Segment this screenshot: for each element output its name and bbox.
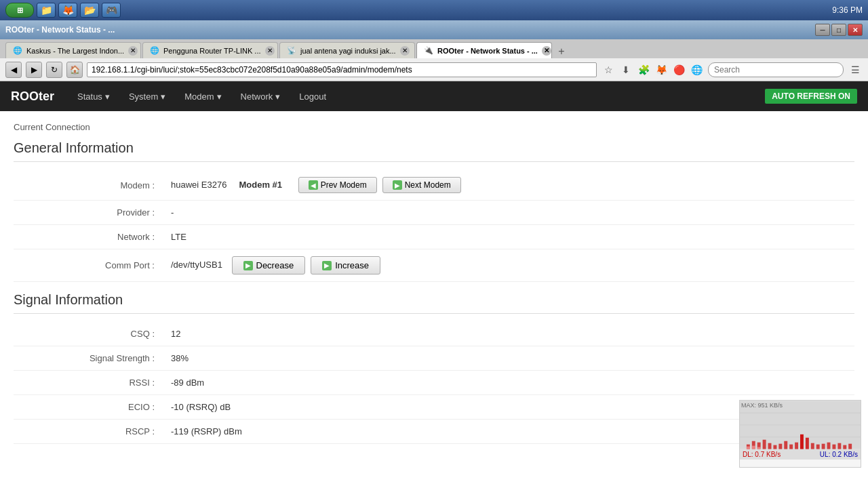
addon-icon[interactable]: 🧩 <box>636 62 651 77</box>
new-tab-button[interactable]: + <box>553 45 570 58</box>
tab-close-tplink[interactable]: ✕ <box>265 46 275 56</box>
tab-label: Kaskus - The Largest Indon... <box>26 47 124 55</box>
prev-modem-button[interactable]: ◀ Prev Modem <box>298 177 377 193</box>
modem-name: huawei E3276 <box>171 180 226 190</box>
increase-button[interactable]: ▶ Increase <box>311 256 380 274</box>
nav-modem[interactable]: Modem ▾ <box>175 81 231 111</box>
nav-modem-label: Modem <box>184 92 214 102</box>
forward-button[interactable]: ▶ <box>26 62 42 78</box>
nav-network[interactable]: Network ▾ <box>231 81 290 111</box>
start-button[interactable]: ⊞ <box>5 3 34 18</box>
browser-btn[interactable]: 🦊 <box>58 3 77 18</box>
taskbar-left: ⊞ 📁 🦊 📂 🎮 <box>5 3 121 18</box>
rssi-value: -89 dBm <box>163 371 854 395</box>
signal-strength-label: Signal Strength : <box>14 346 163 371</box>
globe-icon[interactable]: 🌐 <box>689 62 704 77</box>
signal-info-table: CSQ : 12 Signal Strength : 38% RSSI : -8… <box>14 322 854 444</box>
search-input[interactable] <box>708 62 844 77</box>
nav-status-label: Status <box>77 92 102 102</box>
folder-btn[interactable]: 📁 <box>37 3 56 18</box>
tabs-bar: 🌐 Kaskus - The Largest Indon... ✕ 🌐 Peng… <box>0 39 868 58</box>
table-row: CSQ : 12 <box>14 322 854 346</box>
svg-rect-10 <box>778 444 782 449</box>
commport-label: Comm Port : <box>14 249 163 282</box>
tab-close-antena[interactable]: ✕ <box>400 46 410 56</box>
rooter-brand: ROOter <box>11 89 54 104</box>
nav-system-label: System <box>129 92 158 102</box>
table-row: Provider : - <box>14 201 854 225</box>
tab-favicon: 🌐 <box>13 46 22 55</box>
next-icon: ▶ <box>393 180 402 190</box>
close-button[interactable]: ✕ <box>848 24 863 36</box>
back-button[interactable]: ◀ <box>5 62 22 78</box>
nav-status[interactable]: Status ▾ <box>68 81 119 111</box>
browser-title-bar: ROOter - Network Status - ... ─ □ ✕ <box>0 20 868 39</box>
minimize-button[interactable]: ─ <box>815 24 830 36</box>
extra-icon[interactable]: 🔴 <box>671 62 686 77</box>
network-value: LTE <box>163 225 854 249</box>
svg-rect-7 <box>763 440 766 449</box>
next-modem-button[interactable]: ▶ Next Modem <box>382 177 461 193</box>
tab-rooter[interactable]: 🔌 ROOter - Network Status - ... ✕ <box>416 42 552 58</box>
svg-rect-23 <box>848 444 852 449</box>
nav-status-arrow: ▾ <box>105 92 110 102</box>
decrease-button[interactable]: ▶ Decrease <box>232 256 306 274</box>
svg-rect-18 <box>822 444 825 449</box>
modem-number: Modem #1 <box>239 180 282 190</box>
svg-rect-12 <box>789 445 793 449</box>
increase-label: Increase <box>335 260 369 270</box>
nav-logout[interactable]: Logout <box>290 81 336 111</box>
svg-rect-14 <box>800 434 804 449</box>
svg-rect-8 <box>768 443 772 449</box>
prev-icon: ◀ <box>309 180 318 190</box>
window-controls: ─ □ ✕ <box>815 24 863 36</box>
svg-rect-19 <box>827 443 831 449</box>
nav-logout-label: Logout <box>299 92 326 102</box>
svg-rect-13 <box>795 443 798 449</box>
menu-icon[interactable]: ☰ <box>848 62 863 77</box>
files-btn[interactable]: 📂 <box>80 3 99 18</box>
table-row: Network : LTE <box>14 225 854 249</box>
svg-rect-22 <box>843 445 846 449</box>
bookmark-icon[interactable]: ☆ <box>601 62 616 77</box>
tab-tplink[interactable]: 🌐 Pengguna Router TP-LINK ... ✕ <box>142 42 278 58</box>
taskbar: ⊞ 📁 🦊 📂 🎮 9:36 PM <box>0 0 868 20</box>
main-content: Current Connection General Information M… <box>0 111 868 455</box>
tab-favicon: 📡 <box>287 46 296 55</box>
network-graph: MAX: 951 KB/s <box>739 400 861 468</box>
address-input[interactable] <box>87 62 597 77</box>
auto-refresh-button[interactable]: AUTO REFRESH ON <box>765 89 857 104</box>
table-row: ECIO : -10 (RSRQ) dB <box>14 395 854 420</box>
csq-value: 12 <box>163 322 854 346</box>
svg-rect-11 <box>784 441 787 449</box>
tab-antena[interactable]: 📡 jual antena yagi induksi jak... ✕ <box>279 42 415 58</box>
address-bar: ◀ ▶ ↻ 🏠 ☆ ⬇ 🧩 🦊 🔴 🌐 ☰ <box>0 58 868 81</box>
rssi-label: RSSI : <box>14 371 163 395</box>
general-info-title: General Information <box>14 140 854 156</box>
signal-strength-value: 38% <box>163 346 854 371</box>
graph-dl-label: DL: 0.7 KB/s <box>743 451 781 458</box>
home-button[interactable]: 🏠 <box>66 62 83 78</box>
general-info-table: Modem : huawei E3276 Modem #1 ◀ Prev Mod… <box>14 170 854 282</box>
svg-rect-26 <box>757 447 761 449</box>
commport-name: /dev/ttyUSB1 <box>171 260 222 270</box>
svg-rect-16 <box>811 443 814 449</box>
provider-label: Provider : <box>14 201 163 225</box>
tab-favicon: 🔌 <box>424 46 433 55</box>
app-btn[interactable]: 🎮 <box>102 3 121 18</box>
svg-rect-21 <box>837 443 841 449</box>
tab-kaskus[interactable]: 🌐 Kaskus - The Largest Indon... ✕ <box>5 42 141 58</box>
page-content: Current Connection General Information M… <box>0 111 868 488</box>
tab-close-rooter[interactable]: ✕ <box>542 46 551 56</box>
maximize-button[interactable]: □ <box>831 24 846 36</box>
download-icon[interactable]: ⬇ <box>618 62 633 77</box>
tab-label: ROOter - Network Status - ... <box>437 47 538 55</box>
tab-close-kaskus[interactable]: ✕ <box>128 46 138 56</box>
ff-icon[interactable]: 🦊 <box>654 62 669 77</box>
nav-network-label: Network <box>241 92 273 102</box>
nav-system[interactable]: System ▾ <box>119 81 175 111</box>
nav-network-arrow: ▾ <box>275 92 280 102</box>
reload-button[interactable]: ↻ <box>46 62 62 78</box>
browser-title: ROOter - Network Status - ... <box>5 25 115 35</box>
csq-label: CSQ : <box>14 322 163 346</box>
